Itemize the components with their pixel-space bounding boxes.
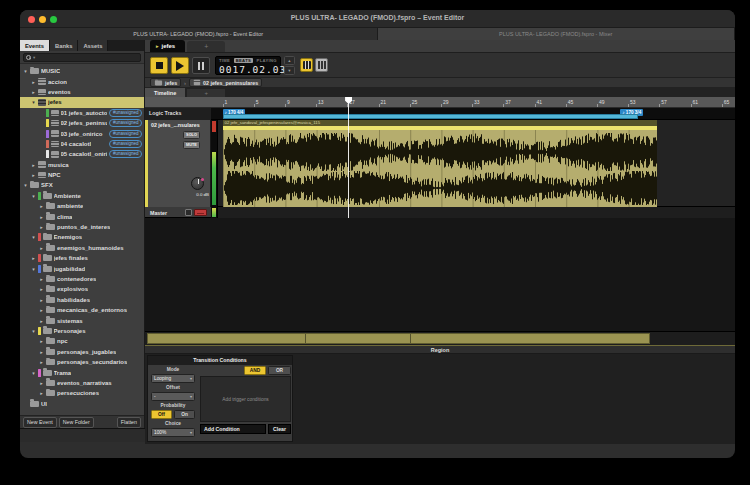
tree-item-jefes[interactable]: ▾jefes [20, 97, 144, 107]
probability-on-toggle[interactable]: On [174, 410, 195, 419]
chevron-down-icon[interactable]: ▾ [23, 68, 28, 74]
new-folder-button[interactable]: New Folder [59, 417, 94, 428]
tree-item-persecuciones[interactable]: ▸persecuciones [20, 388, 144, 398]
tree-item-npc[interactable]: ▸NPC [20, 170, 144, 180]
tree-item-sistemas[interactable]: ▸sistemas [20, 315, 144, 325]
time-mode-label[interactable]: TIME [219, 58, 230, 63]
trigger-conditions-area[interactable]: Add trigger conditions [200, 376, 291, 422]
chevron-right-icon[interactable]: ▸ [39, 214, 44, 220]
chevron-right-icon[interactable]: ▸ [39, 276, 44, 282]
search-input[interactable]: ▾ [23, 53, 141, 62]
tree-item-ambiente[interactable]: ▾Ambiente [20, 191, 144, 201]
chevron-down-icon[interactable]: ▾ [23, 182, 28, 188]
tracks-view-button[interactable] [300, 58, 313, 72]
master-automation-button[interactable] [185, 209, 192, 216]
search-filter-chevron-icon[interactable]: ▾ [33, 55, 35, 60]
doc-tab-event-editor[interactable]: PLUS ULTRA- LEGADO (FMOD).fspro - Event … [20, 28, 378, 40]
chevron-down-icon[interactable]: ▾ [31, 370, 36, 376]
chevron-right-icon[interactable]: ▸ [31, 255, 36, 261]
loop-region-bar[interactable] [223, 114, 638, 119]
offset-dropdown[interactable]: -▾ [151, 392, 195, 401]
choice-dropdown[interactable]: 100%▾ [151, 428, 195, 437]
play-button[interactable] [171, 57, 189, 74]
chevron-right-icon[interactable]: ▸ [39, 380, 44, 386]
and-toggle[interactable]: AND [244, 366, 266, 375]
tree-item-npc[interactable]: ▸npc [20, 336, 144, 346]
chevron-right-icon[interactable]: ▸ [31, 162, 36, 168]
tree-item-personajes-jugables[interactable]: ▸personajes_jugables [20, 347, 144, 357]
chevron-right-icon[interactable]: ▸ [39, 297, 44, 303]
new-event-button[interactable]: New Event [23, 417, 57, 428]
clear-button[interactable]: Clear [268, 424, 291, 434]
add-condition-button[interactable]: Add Condition [200, 424, 266, 434]
tree-item-enemigos[interactable]: ▾Enemigos [20, 232, 144, 242]
tree-item-05-cacalotl-onirico[interactable]: 05 cacalotl_onirico#unassigned [20, 149, 144, 159]
master-fader-chip[interactable] [194, 209, 207, 216]
doc-tab-mixer[interactable]: PLUS ULTRA- LEGADO (FMOD).fspro - Mixer [378, 28, 736, 40]
chevron-down-icon[interactable]: ▾ [31, 328, 36, 334]
chevron-down-icon[interactable]: ▾ [31, 234, 36, 240]
waveform-region[interactable] [223, 130, 657, 207]
tree-item-02-jefes-peninsulares[interactable]: 02 jefes_peninsulares#unassigned [20, 118, 144, 128]
looping-dropdown[interactable]: Looping▾ [151, 374, 195, 383]
chevron-right-icon[interactable]: ▸ [39, 349, 44, 355]
chevron-right-icon[interactable]: ▸ [31, 79, 36, 85]
audio-clip[interactable]: 02 jefe_sandoval_jefespeninsulares@music… [223, 120, 657, 207]
probability-off-toggle[interactable]: Off [151, 410, 172, 419]
tree-item-trama[interactable]: ▾Trama [20, 367, 144, 377]
stop-button[interactable] [150, 57, 168, 74]
tree-item-habilidades[interactable]: ▸habilidades [20, 295, 144, 305]
time-display[interactable]: TIME BEATS PLAYING 0017.02.03 [215, 56, 281, 75]
chevron-right-icon[interactable]: ▸ [39, 390, 44, 396]
chevron-down-icon[interactable]: ▾ [31, 99, 36, 105]
chevron-right-icon[interactable]: ▸ [39, 318, 44, 324]
tree-item-04-cacalotl[interactable]: 04 cacalotl#unassigned [20, 139, 144, 149]
tree-item-jugabilidad[interactable]: ▾jugabilidad [20, 263, 144, 273]
breadcrumb-folder[interactable]: jefes [150, 78, 181, 87]
tree-item-eventos-narrativas[interactable]: ▸eventos_narrativas [20, 378, 144, 388]
tree-item-03-jefe-onirico[interactable]: 03 jefe_onirico#unassigned [20, 128, 144, 138]
add-parameter-tab-button[interactable]: + [187, 89, 225, 97]
chevron-right-icon[interactable]: ▸ [31, 172, 36, 178]
tree-item-enemigos-humanoides[interactable]: ▸enemigos_humanoides [20, 243, 144, 253]
tree-item-mecanicas-de-entornos[interactable]: ▸mecanicas_de_entornos [20, 305, 144, 315]
tree-item-puntos-de-interes[interactable]: ▸puntos_de_interes [20, 222, 144, 232]
new-event-tab-button[interactable]: + [187, 41, 225, 52]
mute-button[interactable]: MUTE [183, 141, 200, 149]
tree-item-musica[interactable]: ▸musica [20, 160, 144, 170]
event-tab-jefes[interactable]: ▸ jefes [150, 40, 185, 52]
audio-track-header[interactable]: 02 jefes_...nsulares SOLO MUTE 0.0 dB [145, 120, 211, 207]
tab-assets[interactable]: Assets [78, 40, 108, 51]
tree-item-sfx[interactable]: ▾SFX [20, 180, 144, 190]
tree-item-eventos[interactable]: ▸eventos [20, 87, 144, 97]
tree-item-personajes[interactable]: ▾Personajes [20, 326, 144, 336]
chevron-down-icon[interactable]: ▾ [31, 266, 36, 272]
tree-item-music[interactable]: ▾MUSIC [20, 66, 144, 76]
or-toggle[interactable]: OR [268, 366, 291, 375]
chevron-right-icon[interactable]: ▸ [31, 89, 36, 95]
tab-events[interactable]: Events [20, 40, 50, 51]
tree-item-explosivos[interactable]: ▸explosivos [20, 284, 144, 294]
volume-knob[interactable] [191, 177, 204, 190]
time-nudge-up-button[interactable]: ▴ [284, 56, 295, 65]
breadcrumb-event[interactable]: 02 jefes_peninsulares [189, 78, 262, 88]
tree-item-contenedores[interactable]: ▸contenedores [20, 274, 144, 284]
pause-button[interactable] [192, 57, 210, 74]
solo-button[interactable]: SOLO [183, 131, 200, 139]
tree-item-jefes-finales[interactable]: ▸jefes finales [20, 253, 144, 263]
chevron-right-icon[interactable]: ▸ [39, 338, 44, 344]
overview-bar[interactable] [147, 333, 650, 344]
chevron-right-icon[interactable]: ▸ [39, 203, 44, 209]
lanes-view-button[interactable] [315, 58, 328, 72]
chevron-right-icon[interactable]: ▸ [39, 286, 44, 292]
tree-item-accion[interactable]: ▸accion [20, 76, 144, 86]
timeline-ruler[interactable]: 1591317212529333741454953576165 [145, 97, 735, 108]
tree-item-01-jefes-autoctonos[interactable]: 01 jefes_autoctonos#unassigned [20, 108, 144, 118]
tree-item-ambiente[interactable]: ▸ambiente [20, 201, 144, 211]
chevron-right-icon[interactable]: ▸ [39, 359, 44, 365]
chevron-down-icon[interactable]: ▾ [31, 193, 36, 199]
flatten-button[interactable]: Flatten [117, 417, 141, 428]
tab-banks[interactable]: Banks [50, 40, 78, 51]
tree-item-clima[interactable]: ▸clima [20, 211, 144, 221]
beats-mode-label[interactable]: BEATS [234, 58, 252, 63]
